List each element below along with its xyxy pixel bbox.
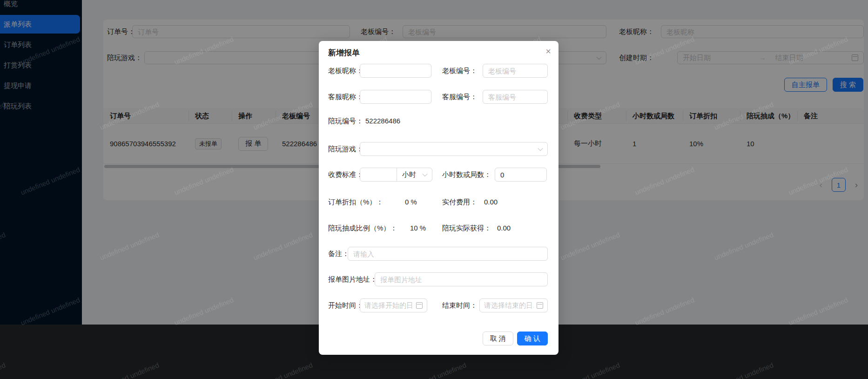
hours-input[interactable] [495, 168, 547, 182]
boss-no-label: 老板编号： [442, 64, 477, 78]
chevron-down-icon [538, 146, 543, 151]
game-select[interactable] [360, 142, 548, 156]
remark-input[interactable] [348, 247, 548, 261]
cs-nick-input[interactable] [360, 90, 431, 104]
hours-label: 小时数或局数： [442, 168, 491, 182]
discount-value: 0 % [405, 198, 417, 206]
modal-title: 新增报单 [328, 47, 360, 58]
game-label: 陪玩游戏： [328, 142, 363, 156]
boss-no-input[interactable] [483, 64, 548, 78]
modal-footer: 取 消 确 认 [483, 332, 548, 345]
companion-no-label: 陪玩编号： [328, 117, 363, 126]
chevron-down-icon [422, 171, 427, 176]
actual-gain-label: 陪玩实际获得： [442, 224, 491, 233]
cs-no-label: 客服编号： [442, 90, 477, 104]
end-time-picker[interactable]: 请选择结束的日... [479, 298, 548, 312]
discount-label: 订单折扣（%）： [328, 198, 383, 207]
fee-standard-label: 收费标准： [328, 168, 363, 182]
boss-nick-label: 老板昵称： [328, 64, 363, 78]
end-time-placeholder: 请选择结束的日... [484, 301, 534, 310]
end-time-label: 结束时间： [442, 298, 477, 312]
image-url-label: 报单图片地址： [328, 272, 377, 286]
boss-nick-input[interactable] [360, 64, 431, 78]
actual-gain-value: 0.00 [497, 224, 511, 232]
fee-unit-select[interactable]: 小时 [397, 168, 432, 182]
paid-label: 实付费用： [442, 198, 477, 207]
remark-label: 备注： [328, 247, 349, 261]
close-icon[interactable]: × [545, 46, 551, 57]
cs-nick-label: 客服昵称： [328, 90, 363, 104]
commission-rate-value: 10 % [410, 224, 426, 232]
calendar-icon [416, 302, 423, 309]
confirm-button[interactable]: 确 认 [517, 332, 548, 345]
calendar-icon [537, 302, 543, 309]
commission-rate-label: 陪玩抽成比例（%）： [328, 224, 397, 233]
start-time-picker[interactable]: 请选择开始的日... [360, 298, 427, 312]
new-report-modal: 新增报单 × 老板昵称： 老板编号： 客服昵称： 客服编号： 陪玩编号： 522… [319, 41, 558, 355]
start-time-label: 开始时间： [328, 298, 363, 312]
fee-unit-value: 小时 [402, 170, 416, 179]
start-time-placeholder: 请选择开始的日... [364, 301, 413, 310]
fee-standard-input[interactable] [360, 168, 397, 182]
companion-no-value: 522286486 [365, 117, 400, 125]
image-url-input[interactable] [375, 272, 548, 286]
cancel-button[interactable]: 取 消 [483, 332, 513, 345]
cs-no-input[interactable] [483, 90, 548, 104]
paid-value: 0.00 [484, 198, 498, 206]
